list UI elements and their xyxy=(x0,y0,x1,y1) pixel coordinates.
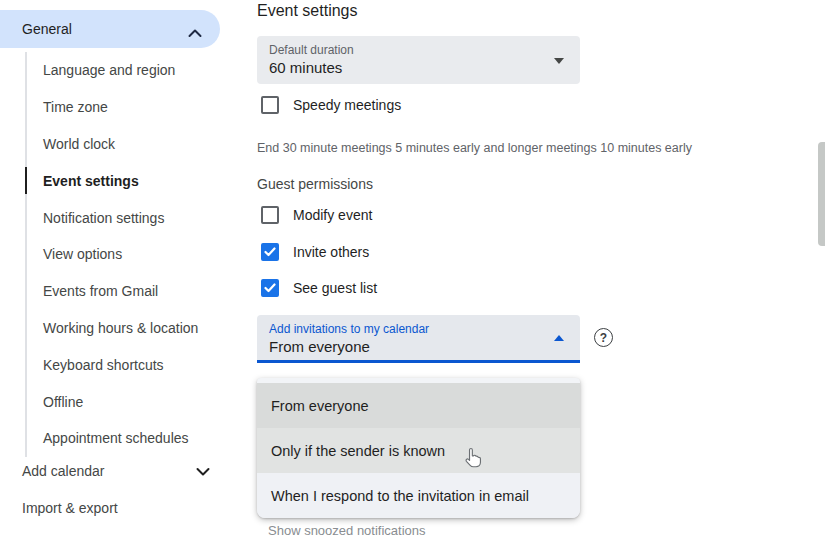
show-snoozed-notifications-text: Show snoozed notifications xyxy=(268,523,426,538)
menu-option-when-i-respond[interactable]: When I respond to the invitation in emai… xyxy=(257,473,580,518)
menu-option-from-everyone[interactable]: From everyone xyxy=(257,383,580,428)
sidebar-item-events-from-gmail[interactable]: Events from Gmail xyxy=(25,273,235,310)
invite-others-row: Invite others xyxy=(261,243,369,261)
sidebar-item-language-and-region[interactable]: Language and region xyxy=(25,52,235,89)
sidebar-item-event-settings[interactable]: Event settings xyxy=(25,162,235,199)
sidebar-item-working-hours-location[interactable]: Working hours & location xyxy=(25,310,235,347)
sidebar-item-offline[interactable]: Offline xyxy=(25,383,235,420)
default-duration-value: 60 minutes xyxy=(269,59,566,76)
add-invitations-label: Add invitations to my calendar xyxy=(269,322,566,336)
sidebar-item-keyboard-shortcuts[interactable]: Keyboard shortcuts xyxy=(25,346,235,383)
add-invitations-value: From everyone xyxy=(269,338,566,355)
modify-event-row: Modify event xyxy=(261,206,372,224)
speedy-meetings-note: End 30 minute meetings 5 minutes early a… xyxy=(257,141,677,155)
sidebar-item-general[interactable]: General xyxy=(0,10,220,48)
speedy-meetings-label: Speedy meetings xyxy=(293,97,401,113)
caret-up-icon xyxy=(554,335,564,341)
chevron-down-icon xyxy=(196,463,210,479)
chevron-up-icon xyxy=(188,24,202,42)
vertical-scrollbar-thumb[interactable] xyxy=(818,142,825,246)
sidebar-item-add-calendar[interactable]: Add calendar xyxy=(0,452,235,489)
see-guest-list-row: See guest list xyxy=(261,279,377,297)
modify-event-label: Modify event xyxy=(293,207,372,223)
help-glyph: ? xyxy=(600,331,607,345)
sidebar-item-world-clock[interactable]: World clock xyxy=(25,126,235,163)
default-duration-select[interactable]: Default duration 60 minutes xyxy=(257,36,580,84)
sidebar-item-import-export[interactable]: Import & export xyxy=(0,489,235,526)
add-invitations-select[interactable]: Add invitations to my calendar From ever… xyxy=(257,315,580,363)
import-export-label: Import & export xyxy=(22,500,118,516)
see-guest-list-label: See guest list xyxy=(293,280,377,296)
sidebar-item-time-zone[interactable]: Time zone xyxy=(25,89,235,126)
sidebar-item-notification-settings[interactable]: Notification settings xyxy=(25,199,235,236)
add-invitations-menu: From everyone Only if the sender is know… xyxy=(257,378,580,518)
help-icon[interactable]: ? xyxy=(594,328,613,347)
modify-event-checkbox[interactable] xyxy=(261,206,279,224)
add-calendar-label: Add calendar xyxy=(22,463,105,479)
sidebar-item-view-options[interactable]: View options xyxy=(25,236,235,273)
default-duration-label: Default duration xyxy=(269,43,566,57)
see-guest-list-checkbox[interactable] xyxy=(261,279,279,297)
sidebar-general-label: General xyxy=(22,21,72,37)
caret-down-icon xyxy=(554,58,564,64)
invite-others-checkbox[interactable] xyxy=(261,243,279,261)
page-title: Event settings xyxy=(257,2,358,20)
speedy-meetings-checkbox[interactable] xyxy=(261,96,279,114)
general-subsections: Language and region Time zone World cloc… xyxy=(25,52,235,457)
guest-permissions-title: Guest permissions xyxy=(257,176,373,192)
invite-others-label: Invite others xyxy=(293,244,369,260)
menu-option-only-if-sender-known[interactable]: Only if the sender is known xyxy=(257,428,580,473)
settings-sidebar: General Language and region Time zone Wo… xyxy=(0,0,250,538)
sidebar-bottom-sections: Add calendar Import & export xyxy=(0,452,235,526)
speedy-meetings-row: Speedy meetings xyxy=(261,96,401,114)
